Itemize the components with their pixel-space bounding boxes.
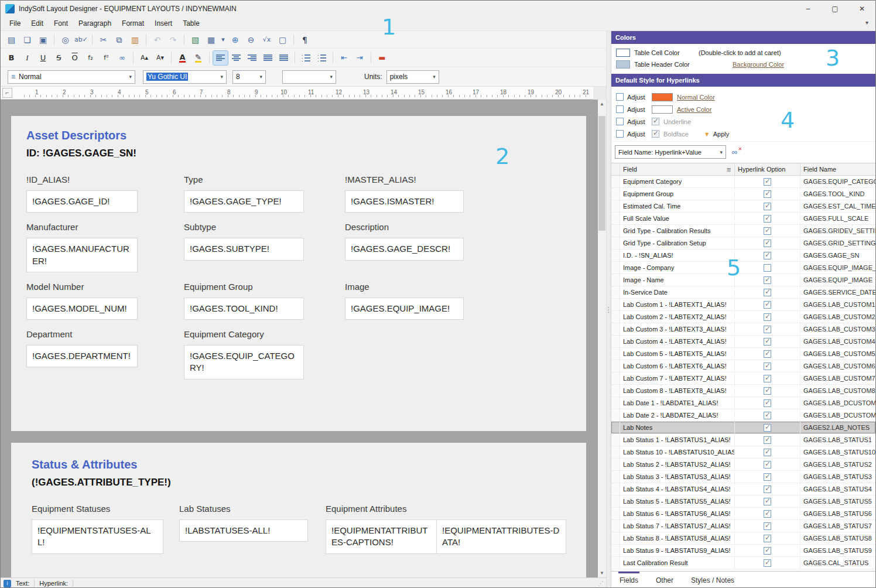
hyperlink-option-checkbox[interactable]	[764, 326, 771, 333]
field-name-cell[interactable]: GAGES.TOOL_KIND	[800, 188, 875, 200]
field-name-cell[interactable]: GAGES.EQUIP_CATEGORY	[800, 176, 875, 187]
undo-icon[interactable]: ↶	[150, 33, 165, 47]
field-cell[interactable]: Lab Date 2 - !LABDATE2_ALIAS!	[620, 409, 735, 421]
field-name-cell[interactable]: GAGES.LAB_DCUSTOM1	[800, 397, 875, 409]
field-name-cell[interactable]: GAGES.SERVICE_DATE	[800, 286, 875, 298]
field-row[interactable]: Lab Custom 3 - !LABTEXT3_ALIAS! GAGES.LA…	[611, 323, 875, 336]
resize-grip[interactable]: ⋰	[598, 580, 603, 587]
field-row[interactable]: Equipment Group GAGES.TOOL_KIND	[611, 188, 875, 200]
table-header-color-swatch[interactable]	[616, 60, 630, 69]
tab-fields[interactable]: Fields	[618, 572, 639, 588]
field-row[interactable]: Lab Custom 5 - !LABTEXT5_ALIAS! GAGES.LA…	[611, 348, 875, 360]
horizontal-line-icon[interactable]: ▬	[375, 51, 389, 65]
field-name-cell[interactable]: GAGES.LAB_CUSTOM1	[800, 299, 875, 310]
field-row[interactable]: Lab Status 5 - !LABSTATUS5_ALIAS! GAGES.…	[611, 495, 875, 508]
hyperlink-option-checkbox[interactable]	[764, 498, 771, 505]
hyperlink-option-checkbox[interactable]	[764, 338, 771, 346]
table-dropdown-icon[interactable]: ▾	[220, 33, 227, 47]
field-cell[interactable]: Lab Custom 6 - !LABTEXT6_ALIAS!	[620, 360, 735, 372]
field-cell[interactable]: Grid Type - Calibration Setup	[620, 237, 735, 249]
overline-icon[interactable]: O	[67, 51, 82, 65]
maximize-button[interactable]: ▢	[822, 1, 848, 16]
globe-icon[interactable]: ⊕	[228, 33, 242, 47]
italic-icon[interactable]: I	[20, 51, 35, 65]
doc-field-label[interactable]: Subtype	[184, 222, 345, 232]
field-cell[interactable]: Estimated Cal. Time	[620, 200, 735, 212]
field-name-cell[interactable]: GAGES.GAGE_SN	[800, 249, 875, 261]
field-cell[interactable]: Image - Company	[620, 262, 735, 274]
doc-field-value[interactable]: !GAGES.MANUFACTURER!	[26, 238, 138, 272]
doc-section-subtitle[interactable]: (!GAGES.ATTRIBUTE_TYPE!)	[32, 477, 569, 488]
table-cell-color-swatch[interactable]	[616, 49, 630, 57]
remove-hyperlink-icon[interactable]: ∞✕	[732, 148, 737, 156]
doc-field-value[interactable]: !GAGES.TOOL_KIND!	[184, 298, 304, 320]
hyperlink-option-checkbox[interactable]	[764, 547, 771, 555]
tab-stop-selector[interactable]: ⌐	[2, 88, 12, 98]
normal-color-swatch[interactable]	[652, 93, 673, 101]
ruler[interactable]: 1 2 3 4 5 6 7 8	[1, 87, 593, 100]
field-name-cell[interactable]: GAGES.LAB_CUSTOM4	[800, 336, 875, 347]
doc-field-value[interactable]: !GAGES.MODEL_NUM!	[26, 298, 138, 320]
doc-field-label[interactable]: Model Number	[26, 282, 184, 292]
field-cell[interactable]: I.D. - !SN_ALIAS!	[620, 249, 735, 261]
field-row[interactable]: Lab Status 2 - !LABSTATUS2_ALIAS! GAGES.…	[611, 459, 875, 471]
minimize-button[interactable]: –	[795, 1, 822, 16]
spellcheck-icon[interactable]: ab✓	[74, 33, 88, 47]
menu-insert[interactable]: Insert	[149, 18, 177, 29]
doc-field-label[interactable]: Equipment Category	[184, 329, 345, 339]
doc-field-label[interactable]: Department	[26, 329, 184, 339]
doc-field-label[interactable]: Manufacturer	[26, 222, 184, 232]
field-cell[interactable]: Image - Name	[620, 274, 735, 286]
hyperlink-option-checkbox[interactable]	[764, 264, 771, 272]
field-row[interactable]: Lab Status 10 - !LABSTATUS10_ALIAS! GAGE…	[611, 446, 875, 459]
doc-field-label[interactable]: Equipment Statuses	[32, 504, 179, 514]
boldface-checkbox[interactable]	[652, 130, 659, 138]
sort-icon[interactable]: ≣	[727, 166, 731, 173]
align-left-icon[interactable]	[213, 51, 228, 65]
doc-field-label[interactable]: !MASTER_ALIAS!	[345, 175, 569, 184]
doc-field-label[interactable]: Equipment Attributes	[326, 504, 569, 514]
field-row[interactable]: Grid Type - Calibration Results GAGES.GR…	[611, 225, 875, 237]
column-header-field[interactable]: Field ≣	[620, 163, 735, 175]
field-name-combo[interactable]: Field Name: Hyperlink+Value ▾	[615, 145, 726, 159]
hyperlink-option-checkbox[interactable]	[764, 215, 771, 223]
hyperlink-option-checkbox[interactable]	[764, 301, 771, 309]
paste-special-icon[interactable]: ▢	[275, 33, 290, 47]
underline-icon[interactable]: U	[36, 51, 50, 65]
normal-color-link[interactable]: Normal Color	[677, 94, 715, 101]
hyperlink-option-checkbox[interactable]	[764, 313, 771, 321]
field-cell[interactable]: Lab Status 4 - !LABSTATUS4_ALIAS!	[620, 483, 735, 495]
field-cell[interactable]: Lab Status 7 - !LABSTATUS7_ALIAS!	[620, 520, 735, 532]
indent-icon[interactable]: ⇥	[353, 51, 367, 65]
print-preview-icon[interactable]: ❏	[20, 33, 35, 47]
hyperlink-option-checkbox[interactable]	[764, 240, 771, 247]
menu-edit[interactable]: Edit	[26, 18, 49, 29]
adjust-active-checkbox[interactable]	[616, 105, 624, 113]
field-name-cell[interactable]: GAGES.FULL_SCALE	[800, 213, 875, 224]
font-color-icon[interactable]: A	[175, 51, 190, 65]
field-row[interactable]: Lab Status 6 - !LABSTATUS6_ALIAS! GAGES.…	[611, 508, 875, 520]
find-icon[interactable]: ◎	[58, 33, 73, 47]
field-cell[interactable]: Lab Status 6 - !LABSTATUS6_ALIAS!	[620, 508, 735, 519]
field-row[interactable]: Lab Custom 7 - !LABTEXT7_ALIAS! GAGES.LA…	[611, 372, 875, 385]
field-row[interactable]: In-Service Date GAGES.SERVICE_DATE	[611, 286, 875, 299]
doc-field-label[interactable]: Lab Statuses	[179, 504, 326, 514]
field-row[interactable]: Lab Custom 6 - !LABTEXT6_ALIAS! GAGES.LA…	[611, 360, 875, 372]
field-cell[interactable]: Lab Notes	[620, 422, 735, 433]
doc-field-value[interactable]: !LABSTATUSES-ALL!	[179, 519, 308, 542]
field-cell[interactable]: Lab Custom 3 - !LABTEXT3_ALIAS!	[620, 323, 735, 335]
field-name-cell[interactable]: GAGES.LAB_CUSTOM2	[800, 311, 875, 323]
tab-other[interactable]: Other	[655, 572, 675, 588]
field-name-cell[interactable]: GAGES.CAL_STATUS	[800, 557, 875, 569]
hyperlink-option-checkbox[interactable]	[764, 399, 771, 407]
bold-icon[interactable]: B	[4, 51, 19, 65]
field-row[interactable]: I.D. - !SN_ALIAS! GAGES.GAGE_SN	[611, 249, 875, 262]
field-cell[interactable]: Lab Status 5 - !LABSTATUS5_ALIAS!	[620, 495, 735, 507]
doc-field-label[interactable]: Type	[184, 175, 345, 184]
field-row[interactable]: Lab Status 8 - !LABSTATUS8_ALIAS! GAGES.…	[611, 532, 875, 545]
field-name-cell[interactable]: GAGES.LAB_STATUS4	[800, 483, 875, 495]
field-name-cell[interactable]: GAGES.EQUIP_IMAGE	[800, 274, 875, 286]
hyperlink-option-checkbox[interactable]	[764, 203, 771, 210]
document-page-status-attributes[interactable]: Status & Attributes (!GAGES.ATTRIBUTE_TY…	[11, 443, 586, 577]
field-name-cell[interactable]: GAGES.LAB_CUSTOM3	[800, 323, 875, 335]
